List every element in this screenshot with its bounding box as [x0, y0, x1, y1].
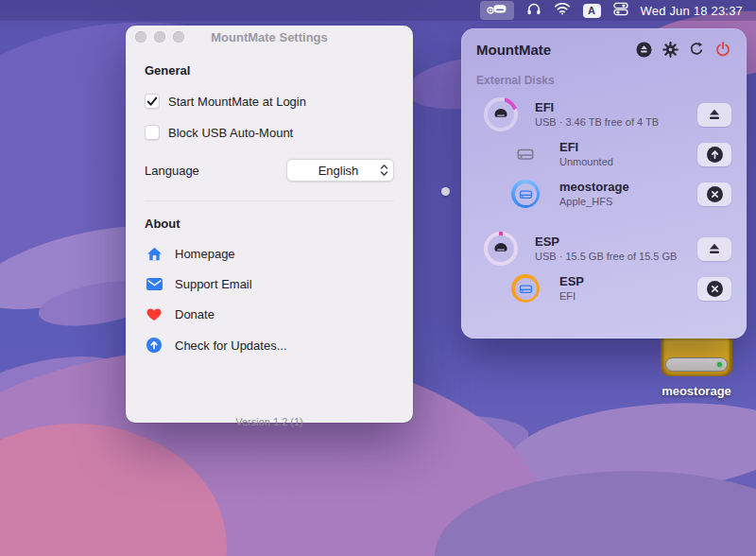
- login-checkbox-row: Start MountMate at Login: [145, 94, 394, 109]
- drive-icon: [518, 186, 534, 202]
- disk-usage-ring: [484, 232, 518, 266]
- disk-detail: USB · 3.46 TB free of 4 TB: [535, 115, 697, 129]
- disk-usage-ring: [511, 180, 540, 208]
- disk-name: ESP: [559, 274, 697, 288]
- disk-detail: EFI: [559, 289, 697, 303]
- menubar-mountmate-item[interactable]: [480, 1, 514, 20]
- language-select[interactable]: English: [286, 159, 394, 182]
- link-label: Support Email: [175, 277, 252, 291]
- section-divider: [145, 200, 394, 201]
- drive-icon: [491, 105, 510, 124]
- desktop-volume-label: meostorage: [659, 384, 734, 398]
- disk-detail: USB · 15.5 GB free of 15.5 GB: [535, 250, 697, 263]
- home-icon: [145, 247, 163, 261]
- menubar-control-center-item[interactable]: [613, 1, 628, 20]
- disk-usage-ring: [484, 97, 518, 131]
- refresh-icon: [689, 42, 704, 57]
- unmount-x-icon: [707, 186, 723, 202]
- eject-icon: [708, 108, 721, 121]
- disk-detail: Apple_HFS: [559, 195, 697, 208]
- disk-row: EFI Unmounted: [476, 134, 731, 174]
- checkmark-icon: [146, 96, 158, 107]
- disk-name: EFI: [559, 140, 697, 154]
- panel-title: MountMate: [476, 42, 635, 58]
- external-drive-icon: [661, 335, 732, 376]
- headphones-icon: [526, 1, 541, 20]
- general-heading: General: [145, 63, 394, 78]
- menubar-wifi-item[interactable]: [554, 1, 571, 20]
- chevron-up-down-icon: [380, 164, 388, 177]
- arrow-up-circle-icon: [145, 338, 163, 353]
- menubar-input-source-item[interactable]: A: [583, 1, 601, 20]
- disk-detail: Unmounted: [559, 155, 697, 168]
- eject-button[interactable]: [697, 237, 731, 261]
- checkbox-label: Block USB Auto-Mount: [168, 126, 293, 140]
- power-icon: [715, 42, 730, 57]
- desktop-dot: [441, 187, 450, 196]
- language-row: Language English: [145, 159, 394, 182]
- drive-icon: [515, 144, 536, 165]
- about-heading: About: [145, 217, 394, 231]
- mountmate-drive-icon: [487, 2, 507, 19]
- link-label: Donate: [175, 307, 215, 321]
- mount-button[interactable]: [697, 143, 731, 166]
- disk-row: ESP EFI: [476, 269, 731, 308]
- disk-name: EFI: [535, 100, 697, 114]
- unmount-button[interactable]: [697, 277, 731, 301]
- check-updates-link[interactable]: Check for Updates...: [145, 338, 394, 353]
- close-window-button[interactable]: [135, 31, 146, 43]
- usb-automount-checkbox-row: Block USB Auto-Mount: [145, 125, 394, 140]
- menubar-clock[interactable]: Wed Jun 18 23:37: [641, 1, 743, 20]
- eject-all-button[interactable]: [635, 41, 652, 58]
- mountmate-panel: MountMate: [461, 28, 747, 339]
- settings-button[interactable]: [662, 41, 679, 58]
- refresh-button[interactable]: [688, 41, 705, 58]
- drive-led: [717, 362, 722, 367]
- donate-link[interactable]: Donate: [145, 307, 394, 321]
- disk-row: ESP USB · 15.5 GB free of 15.5 GB: [476, 229, 731, 269]
- window-titlebar: MountMate Settings: [126, 26, 413, 48]
- desktop-volume-icon[interactable]: meostorage: [659, 335, 734, 398]
- drive-icon: [518, 281, 534, 297]
- language-label: Language: [145, 164, 199, 178]
- control-center-icon: [613, 2, 628, 20]
- disk-row: meostorage Apple_HFS: [476, 174, 731, 214]
- version-text: Version 1.2 (1): [126, 416, 413, 427]
- zoom-window-button[interactable]: [173, 31, 184, 43]
- unmount-x-icon: [707, 281, 723, 297]
- settings-window: MountMate Settings General Start MountMa…: [126, 26, 413, 423]
- quit-button[interactable]: [714, 41, 731, 58]
- wifi-icon: [554, 2, 571, 19]
- menu-bar: A Wed Jun 18 23:37: [0, 0, 756, 21]
- eject-circle-icon: [636, 42, 652, 58]
- input-source-icon: A: [583, 4, 601, 18]
- external-disks-label: External Disks: [476, 74, 731, 87]
- mount-arrow-icon: [707, 147, 723, 163]
- checkbox-label: Start MountMate at Login: [168, 95, 306, 109]
- link-label: Check for Updates...: [175, 339, 287, 353]
- disk-name: meostorage: [559, 180, 697, 194]
- disk-usage-ring: [511, 274, 540, 303]
- gear-icon: [662, 42, 679, 58]
- menubar-audio-item[interactable]: [526, 1, 541, 20]
- support-email-link[interactable]: Support Email: [145, 277, 394, 291]
- link-label: Homepage: [175, 247, 235, 261]
- minimize-window-button[interactable]: [154, 31, 165, 43]
- unmount-button[interactable]: [697, 182, 731, 206]
- heart-icon: [145, 308, 163, 321]
- disk-row: EFI USB · 3.46 TB free of 4 TB: [476, 95, 731, 134]
- eject-button[interactable]: [697, 103, 731, 127]
- eject-icon: [708, 242, 721, 255]
- start-at-login-checkbox[interactable]: [145, 94, 160, 109]
- homepage-link[interactable]: Homepage: [145, 247, 394, 261]
- block-usb-automount-checkbox[interactable]: [145, 125, 160, 140]
- disk-name: ESP: [535, 235, 697, 249]
- desktop: A Wed Jun 18 23:37: [0, 0, 756, 556]
- language-select-value: English: [297, 164, 380, 178]
- envelope-icon: [145, 278, 163, 290]
- drive-icon: [491, 239, 510, 258]
